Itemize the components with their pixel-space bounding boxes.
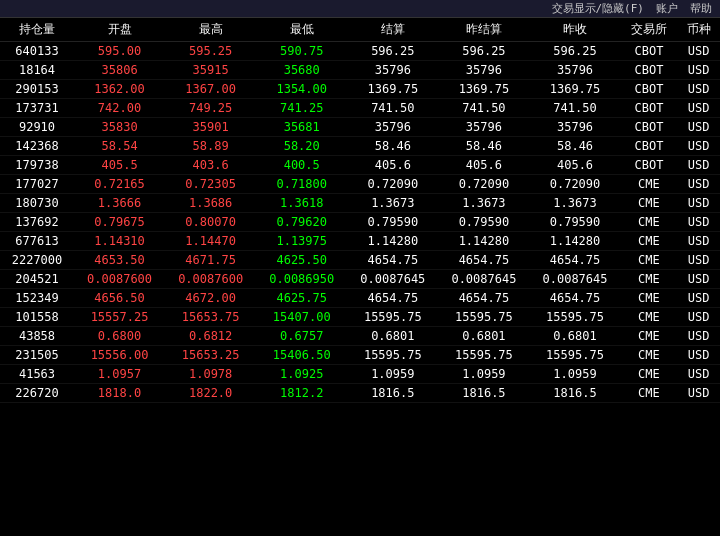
table-row[interactable]: 10155815557.2515653.7515407.0015595.7515… [0, 308, 720, 327]
market-data-table: 持仓量 开盘 最高 最低 结算 昨结算 昨收 交易所 币种 640133595.… [0, 18, 720, 403]
table-cell: 35796 [529, 118, 620, 137]
table-cell: USD [677, 251, 720, 270]
table-cell: 405.6 [529, 156, 620, 175]
table-cell: 35915 [165, 61, 256, 80]
table-cell: 0.79620 [256, 213, 347, 232]
table-cell: 0.6801 [438, 327, 529, 346]
table-cell: 4654.75 [529, 289, 620, 308]
table-cell: 43858 [0, 327, 74, 346]
table-row[interactable]: 640133595.00595.25590.75596.25596.25596.… [0, 42, 720, 61]
table-cell: USD [677, 327, 720, 346]
table-cell: 1.14280 [347, 232, 438, 251]
table-cell: 204521 [0, 270, 74, 289]
table-row[interactable]: 14236858.5458.8958.2058.4658.4658.46CBOT… [0, 137, 720, 156]
table-cell: 15653.25 [165, 346, 256, 365]
table-cell: 0.0087645 [347, 270, 438, 289]
table-cell: 35796 [438, 118, 529, 137]
table-row[interactable]: 179738405.5403.6400.5405.6405.6405.6CBOT… [0, 156, 720, 175]
table-cell: 101558 [0, 308, 74, 327]
table-cell: 177027 [0, 175, 74, 194]
table-cell: 1.14310 [74, 232, 165, 251]
header-high: 最高 [165, 18, 256, 42]
table-cell: 596.25 [529, 42, 620, 61]
table-cell: 400.5 [256, 156, 347, 175]
table-row[interactable]: 1523494656.504672.004625.754654.754654.7… [0, 289, 720, 308]
table-cell: 41563 [0, 365, 74, 384]
table-cell: 742.00 [74, 99, 165, 118]
table-cell: 0.72090 [438, 175, 529, 194]
header-settle: 结算 [347, 18, 438, 42]
table-cell: 58.89 [165, 137, 256, 156]
table-cell: 1.14280 [438, 232, 529, 251]
table-row[interactable]: 18164358063591535680357963579635796CBOTU… [0, 61, 720, 80]
table-cell: 35681 [256, 118, 347, 137]
table-row[interactable]: 173731742.00749.25741.25741.50741.50741.… [0, 99, 720, 118]
table-cell: 152349 [0, 289, 74, 308]
table-row[interactable]: 1770270.721650.723050.718000.720900.7209… [0, 175, 720, 194]
table-cell: 179738 [0, 156, 74, 175]
table-cell: 0.6812 [165, 327, 256, 346]
table-cell: 741.50 [438, 99, 529, 118]
table-cell: 405.6 [347, 156, 438, 175]
table-row[interactable]: 6776131.143101.144701.139751.142801.1428… [0, 232, 720, 251]
table-cell: CME [621, 346, 678, 365]
table-cell: 15595.75 [347, 346, 438, 365]
table-cell: 0.0087600 [165, 270, 256, 289]
table-cell: 0.6801 [529, 327, 620, 346]
top-bar: 交易显示/隐藏(F) 账户 帮助 [0, 0, 720, 18]
table-cell: 1369.75 [438, 80, 529, 99]
header-open: 开盘 [74, 18, 165, 42]
table-cell: 4654.75 [529, 251, 620, 270]
table-cell: 1.0959 [438, 365, 529, 384]
menu-account[interactable]: 账户 [656, 1, 678, 16]
menu-help[interactable]: 帮助 [690, 1, 712, 16]
table-cell: 4672.00 [165, 289, 256, 308]
table-cell: 1.3673 [438, 194, 529, 213]
table-cell: USD [677, 156, 720, 175]
table-cell: 231505 [0, 346, 74, 365]
menu-trade-display[interactable]: 交易显示/隐藏(F) [552, 1, 645, 16]
table-row[interactable]: 1376920.796750.800700.796200.795900.7959… [0, 213, 720, 232]
table-cell: 15595.75 [438, 308, 529, 327]
table-cell: 1818.0 [74, 384, 165, 403]
table-cell: USD [677, 137, 720, 156]
table-cell: 1.0959 [347, 365, 438, 384]
table-cell: 0.72090 [529, 175, 620, 194]
table-cell: 1.14470 [165, 232, 256, 251]
table-cell: CBOT [621, 118, 678, 137]
table-cell: 1369.75 [529, 80, 620, 99]
table-cell: 749.25 [165, 99, 256, 118]
table-cell: 137692 [0, 213, 74, 232]
table-cell: CME [621, 232, 678, 251]
table-cell: CME [621, 308, 678, 327]
table-cell: USD [677, 61, 720, 80]
table-row[interactable]: 2267201818.01822.01812.21816.51816.51816… [0, 384, 720, 403]
header-prev-close: 昨收 [529, 18, 620, 42]
table-row[interactable]: 415631.09571.09781.09251.09591.09591.095… [0, 365, 720, 384]
table-row[interactable]: 92910358303590135681357963579635796CBOTU… [0, 118, 720, 137]
table-row[interactable]: 22270004653.504671.754625.504654.754654.… [0, 251, 720, 270]
table-cell: 1816.5 [347, 384, 438, 403]
table-cell: 4653.50 [74, 251, 165, 270]
table-cell: 0.6757 [256, 327, 347, 346]
table-row[interactable]: 2901531362.001367.001354.001369.751369.7… [0, 80, 720, 99]
table-cell: USD [677, 232, 720, 251]
table-cell: USD [677, 175, 720, 194]
table-row[interactable]: 1807301.36661.36861.36181.36731.36731.36… [0, 194, 720, 213]
table-cell: 4625.75 [256, 289, 347, 308]
table-cell: 35680 [256, 61, 347, 80]
table-cell: 1816.5 [529, 384, 620, 403]
table-cell: USD [677, 365, 720, 384]
table-cell: 1.3673 [347, 194, 438, 213]
table-cell: USD [677, 384, 720, 403]
table-row[interactable]: 438580.68000.68120.67570.68010.68010.680… [0, 327, 720, 346]
table-row[interactable]: 23150515556.0015653.2515406.5015595.7515… [0, 346, 720, 365]
table-cell: 4654.75 [347, 289, 438, 308]
table-cell: 1.0957 [74, 365, 165, 384]
table-cell: 15595.75 [529, 308, 620, 327]
table-cell: USD [677, 118, 720, 137]
table-cell: 1.0978 [165, 365, 256, 384]
table-cell: 4656.50 [74, 289, 165, 308]
table-row[interactable]: 2045210.00876000.00876000.00869500.00876… [0, 270, 720, 289]
table-cell: 1.3673 [529, 194, 620, 213]
